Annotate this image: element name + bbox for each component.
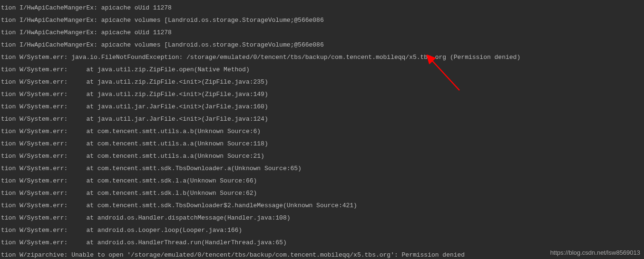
log-output[interactable]: tion I/HwApiCacheMangerEx: apicache oUid… [0, 2, 644, 259]
log-line: tion W/System.err: at com.tencent.smtt.s… [0, 187, 644, 200]
log-line: tion W/System.err: at com.tencent.smtt.u… [0, 138, 644, 150]
log-line: tion W/System.err: at com.tencent.smtt.u… [0, 125, 644, 138]
log-line: tion W/System.err: at com.tencent.smtt.s… [0, 200, 644, 212]
log-line: tion W/System.err: at com.tencent.smtt.s… [0, 175, 644, 187]
log-line: tion W/System.err: at java.util.zip.ZipF… [0, 88, 644, 101]
log-line: tion I/HwApiCacheMangerEx: apicache volu… [0, 14, 644, 27]
log-line: tion W/System.err: at android.os.Handler… [0, 212, 644, 224]
watermark-text: https://blog.csdn.net/lsw8569013 [550, 249, 640, 256]
log-line: tion I/HwApiCacheMangerEx: apicache oUid… [0, 2, 644, 14]
log-line: tion W/ziparchive: Unable to open '/stor… [0, 249, 644, 259]
log-line: tion W/System.err: java.io.FileNotFoundE… [0, 51, 644, 64]
log-line: tion W/System.err: at java.util.jar.JarF… [0, 101, 644, 113]
log-line: tion W/System.err: at java.util.zip.ZipF… [0, 64, 644, 76]
log-line: tion W/System.err: at java.util.zip.ZipF… [0, 76, 644, 88]
log-line: tion I/HwApiCacheMangerEx: apicache oUid… [0, 27, 644, 39]
log-line: tion W/System.err: at android.os.Handler… [0, 237, 644, 249]
log-line: tion W/System.err: at android.os.Looper.… [0, 224, 644, 237]
log-line: tion W/System.err: at java.util.jar.JarF… [0, 113, 644, 125]
log-line: tion W/System.err: at com.tencent.smtt.s… [0, 163, 644, 175]
log-line: tion W/System.err: at com.tencent.smtt.u… [0, 150, 644, 163]
log-line: tion I/HwApiCacheMangerEx: apicache volu… [0, 39, 644, 51]
